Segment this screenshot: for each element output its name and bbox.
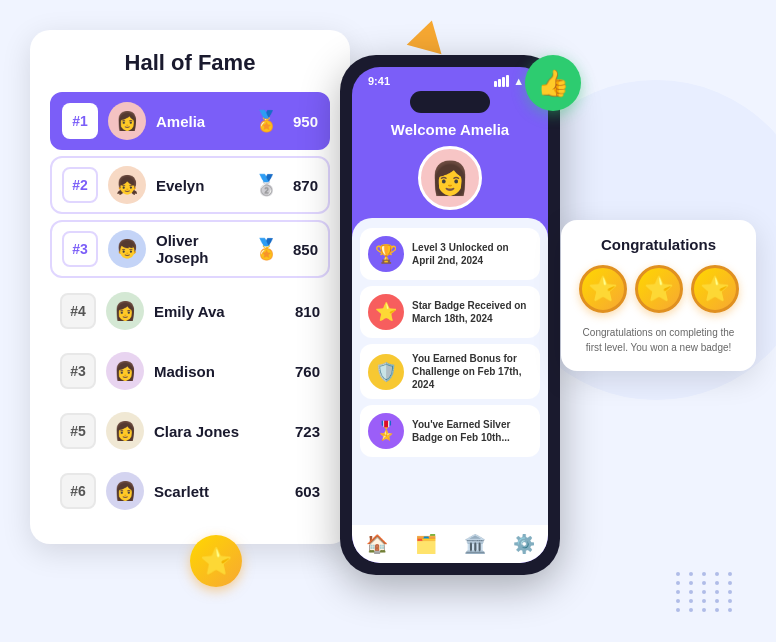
- star-coin-3: ⭐: [691, 265, 739, 313]
- hof-row: #4 👩 Emily Ava 810: [50, 284, 330, 338]
- rank-badge: #6: [60, 473, 96, 509]
- medal-icon: 🏅: [254, 109, 279, 133]
- rank-badge: #1: [62, 103, 98, 139]
- thumbs-up-icon: 👍: [537, 68, 569, 99]
- activity-text: You've Earned Silver Badge on Feb 10th..…: [412, 418, 532, 444]
- player-score: 760: [295, 363, 320, 380]
- rank-badge: #3: [60, 353, 96, 389]
- star-coin-2: ⭐: [635, 265, 683, 313]
- activity-item: ⭐ Star Badge Received on March 18th, 202…: [360, 286, 540, 338]
- thumbs-up-badge: 👍: [525, 55, 581, 111]
- activity-icon: 🏆: [368, 236, 404, 272]
- bg-triangle-decoration: [407, 16, 450, 54]
- rank-badge: #2: [62, 167, 98, 203]
- phone-mockup: 9:41 ▲ ▪ Welcome Amelia 👩 🏆 Level 3 Unlo…: [340, 55, 560, 575]
- hof-row: #3 👦 Oliver Joseph 🏅 850: [50, 220, 330, 278]
- nav-settings-icon[interactable]: ⚙️: [513, 533, 535, 555]
- rank-badge: #4: [60, 293, 96, 329]
- phone-status-bar: 9:41 ▲ ▪: [352, 67, 548, 91]
- player-avatar: 👩: [106, 352, 144, 390]
- wifi-icon: ▲: [513, 75, 524, 87]
- rank-badge: #5: [60, 413, 96, 449]
- activity-text: Star Badge Received on March 18th, 2024: [412, 299, 532, 325]
- medal-icon: 🥈: [254, 173, 279, 197]
- activity-text: Level 3 Unlocked on April 2nd, 2024: [412, 241, 532, 267]
- player-score: 950: [293, 113, 318, 130]
- player-name: Amelia: [156, 113, 244, 130]
- player-name: Scarlett: [154, 483, 285, 500]
- nav-cards-icon[interactable]: 🗂️: [415, 533, 437, 555]
- activity-icon: 🎖️: [368, 413, 404, 449]
- congrats-stars: ⭐ ⭐ ⭐: [577, 265, 740, 313]
- hof-title: Hall of Fame: [50, 50, 330, 76]
- gold-star-icon: ⭐: [190, 535, 242, 587]
- phone-avatar-wrap: 👩: [352, 146, 548, 210]
- activity-item: 🎖️ You've Earned Silver Badge on Feb 10t…: [360, 405, 540, 457]
- nav-leaderboard-icon[interactable]: 🏛️: [464, 533, 486, 555]
- player-name: Oliver Joseph: [156, 232, 244, 266]
- hof-row: #2 👧 Evelyn 🥈 870: [50, 156, 330, 214]
- player-score: 870: [293, 177, 318, 194]
- bg-dots-decoration: [676, 572, 736, 612]
- phone-activities-list: 🏆 Level 3 Unlocked on April 2nd, 2024 ⭐ …: [360, 228, 540, 457]
- player-avatar: 👩: [108, 102, 146, 140]
- phone-user-avatar: 👩: [418, 146, 482, 210]
- phone-content-area: 🏆 Level 3 Unlocked on April 2nd, 2024 ⭐ …: [352, 218, 548, 525]
- player-avatar: 👩: [106, 472, 144, 510]
- congrats-description: Congratulations on completing the first …: [577, 325, 740, 355]
- gold-star-badge: ⭐: [190, 535, 242, 587]
- hof-row: #5 👩 Clara Jones 723: [50, 404, 330, 458]
- hof-row: #3 👩 Madison 760: [50, 344, 330, 398]
- player-score: 603: [295, 483, 320, 500]
- star-coin-1: ⭐: [579, 265, 627, 313]
- player-score: 810: [295, 303, 320, 320]
- phone-screen: 9:41 ▲ ▪ Welcome Amelia 👩 🏆 Level 3 Unlo…: [352, 67, 548, 563]
- hof-row: #6 👩 Scarlett 603: [50, 464, 330, 518]
- player-avatar: 👩: [106, 292, 144, 330]
- activity-text: You Earned Bonus for Challenge on Feb 17…: [412, 352, 532, 391]
- player-name: Evelyn: [156, 177, 244, 194]
- activity-item: 🛡️ You Earned Bonus for Challenge on Feb…: [360, 344, 540, 399]
- player-avatar: 👩: [106, 412, 144, 450]
- player-avatar: 👦: [108, 230, 146, 268]
- activity-icon: 🛡️: [368, 354, 404, 390]
- player-name: Emily Ava: [154, 303, 285, 320]
- congrats-title: Congratulations: [577, 236, 740, 253]
- phone-nav-bar: 🏠 🗂️ 🏛️ ⚙️: [352, 525, 548, 563]
- hof-row: #1 👩 Amelia 🏅 950: [50, 92, 330, 150]
- medal-icon: 🏅: [254, 237, 279, 261]
- player-name: Madison: [154, 363, 285, 380]
- phone-welcome-text: Welcome Amelia: [352, 117, 548, 146]
- activity-icon: ⭐: [368, 294, 404, 330]
- hof-rows-container: #1 👩 Amelia 🏅 950 #2 👧 Evelyn 🥈 870 #3 👦…: [50, 92, 330, 518]
- player-score: 723: [295, 423, 320, 440]
- player-avatar: 👧: [108, 166, 146, 204]
- phone-time: 9:41: [368, 75, 390, 87]
- congrats-card: Congratulations ⭐ ⭐ ⭐ Congratulations on…: [561, 220, 756, 371]
- phone-notch: [410, 91, 490, 113]
- nav-home-icon[interactable]: 🏠: [366, 533, 388, 555]
- player-score: 850: [293, 241, 318, 258]
- player-name: Clara Jones: [154, 423, 285, 440]
- hall-of-fame-card: Hall of Fame #1 👩 Amelia 🏅 950 #2 👧 Evel…: [30, 30, 350, 544]
- activity-item: 🏆 Level 3 Unlocked on April 2nd, 2024: [360, 228, 540, 280]
- rank-badge: #3: [62, 231, 98, 267]
